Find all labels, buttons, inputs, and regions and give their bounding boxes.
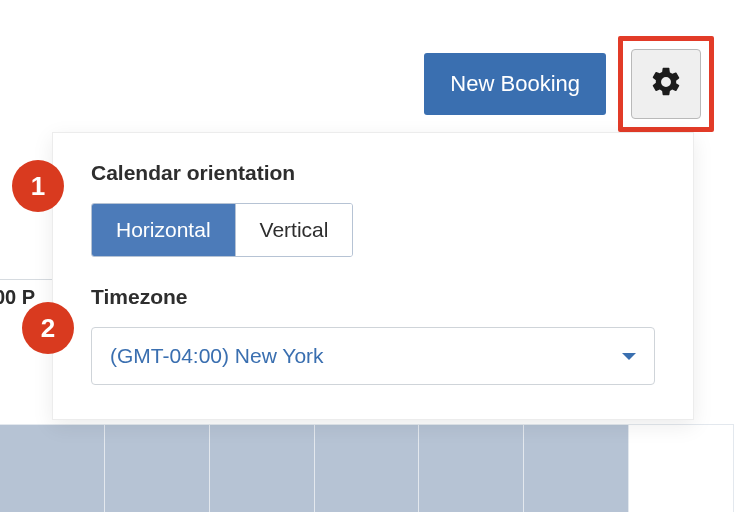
toolbar: New Booking	[424, 36, 714, 132]
calendar-cell	[105, 424, 210, 512]
calendar-cell	[524, 424, 629, 512]
calendar-cell	[315, 424, 420, 512]
annotation-highlight-box	[618, 36, 714, 132]
orientation-label: Calendar orientation	[91, 161, 655, 185]
gear-icon	[649, 65, 683, 103]
calendar-cell	[210, 424, 315, 512]
calendar-grid	[0, 424, 734, 512]
timezone-selected-value: (GMT-04:00) New York	[110, 344, 324, 368]
calendar-hour-divider	[0, 279, 56, 280]
calendar-cell	[0, 424, 105, 512]
timezone-select[interactable]: (GMT-04:00) New York	[91, 327, 655, 385]
orientation-option-horizontal[interactable]: Horizontal	[92, 204, 236, 256]
orientation-segmented-control: Horizontal Vertical	[91, 203, 353, 257]
chevron-down-icon	[622, 353, 636, 360]
new-booking-button[interactable]: New Booking	[424, 53, 606, 115]
settings-button[interactable]	[631, 49, 701, 119]
settings-popover: Calendar orientation Horizontal Vertical…	[52, 132, 694, 420]
annotation-callout-1: 1	[12, 160, 64, 212]
calendar-hour-label: 00 P	[0, 286, 35, 309]
calendar-cell	[629, 424, 734, 512]
timezone-label: Timezone	[91, 285, 655, 309]
calendar-cell	[419, 424, 524, 512]
orientation-option-vertical[interactable]: Vertical	[236, 204, 353, 256]
annotation-callout-2: 2	[22, 302, 74, 354]
